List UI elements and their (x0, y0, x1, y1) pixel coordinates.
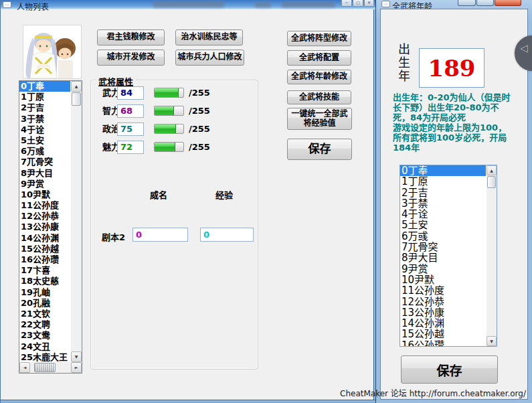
all-generals-age-button[interactable]: 全武将年龄修改 (287, 70, 351, 84)
app-icon: ⋯ (3, 1, 11, 8)
city-development-button[interactable]: 城市开发修改 (97, 50, 165, 66)
list-item[interactable]: 19孔岫 (19, 287, 70, 298)
list-item[interactable]: 22文聘 (19, 319, 70, 330)
list-item[interactable]: 8尹大目 (400, 252, 486, 263)
list-item[interactable]: 17卞喜 (19, 265, 70, 276)
left-titlebar[interactable]: ⋯ 人物列表 ─ ▢ ✕ (1, 0, 375, 9)
list-item[interactable]: 6万彧 (400, 231, 486, 242)
list-item[interactable]: 11公孙度 (19, 200, 70, 211)
list-item[interactable]: 3于禁 (400, 198, 486, 209)
politics-input[interactable]: 75 (117, 123, 144, 136)
list-item[interactable]: 21文钦 (19, 309, 70, 319)
redacted-text-blob (255, 2, 271, 7)
list-item[interactable]: 25木鹿大王 (19, 352, 70, 363)
close-button[interactable] (495, 0, 521, 6)
anime-image (23, 25, 81, 78)
birth-year-label: 出生年 (394, 43, 412, 83)
hint-line: 游戏设定的年龄上限为100， (393, 123, 530, 133)
scroll-left-icon[interactable]: ◄ (19, 362, 30, 373)
city-troops-population-button[interactable]: 城市兵力人口修改 (175, 50, 244, 66)
scrollbar-thumb[interactable] (487, 176, 496, 188)
strength-input[interactable]: 84 (117, 86, 144, 100)
unify-experience-button[interactable]: 一键统一全部武将经验值 (287, 108, 352, 130)
list-item[interactable]: 7兀骨突 (400, 242, 486, 252)
list-item[interactable]: 23文鸯 (19, 330, 70, 341)
list-item[interactable]: 14公孙渊 (19, 233, 70, 244)
birth-year-hint: 出生年：0-20为仙人（但是时长下野）出生年20-80为不死，84为开局必死游戏… (393, 92, 530, 153)
all-generals-config-button[interactable]: 全武将配置 (287, 50, 351, 66)
scrollbar-thumb[interactable] (34, 363, 56, 372)
close-button[interactable]: ✕ (364, 0, 374, 7)
hint-line: 出生年：0-20为仙人（但是时 (393, 92, 530, 102)
fame-header: 威名 (150, 188, 167, 201)
politics-bar (154, 124, 184, 134)
window-border (1, 400, 375, 403)
desktop: ⋯ 人物列表 ─ ▢ ✕ (0, 0, 532, 403)
cheatmaker-forum-link: CheatMaker 论坛 http://forum.cheatmaker.or… (340, 387, 526, 398)
experience-header: 经验 (215, 188, 233, 201)
experience-input[interactable]: 0 (200, 228, 254, 242)
generals-listbox[interactable]: 0丁奉1丁原2于吉3于禁4于诠5土安6万彧7兀骨突8尹大目9尹赏10尹默11公孙… (400, 165, 497, 347)
character-list-window: ⋯ 人物列表 ─ ▢ ✕ (0, 0, 375, 403)
hint-line: 死，84为开局必死 (393, 112, 530, 123)
list-item[interactable]: 24文丑 (19, 341, 70, 352)
list-item[interactable]: 15公孙越 (400, 329, 486, 339)
redacted-text-blob (153, 1, 224, 7)
vertical-scrollbar[interactable]: ▲ ▼ (486, 165, 497, 346)
list-item[interactable]: 12公孙恭 (19, 211, 70, 222)
save-button[interactable]: 保存 (401, 355, 498, 384)
redacted-text-blob (282, 2, 335, 7)
max-label: /255 (189, 104, 210, 118)
list-item[interactable]: 16公孙瓒 (19, 254, 70, 265)
strength-bar (154, 88, 184, 98)
intelligence-input[interactable]: 68 (117, 104, 144, 118)
horizontal-scrollbar[interactable]: ◄ ► (19, 362, 82, 373)
charisma-bar (154, 142, 184, 152)
list-item[interactable]: 13公孙康 (19, 222, 70, 232)
client-area: 出生年 189 出生年：0-20为仙人（但是时长下野）出生年20-80为不死，8… (380, 9, 528, 400)
list-item[interactable]: 10尹默 (400, 274, 486, 285)
minimize-button[interactable] (458, 0, 476, 6)
triangle-icon: ◁ (520, 44, 528, 54)
hint-line: 184年 (393, 143, 530, 153)
fame-input[interactable]: 0 (132, 228, 188, 242)
scroll-up-icon[interactable]: ▲ (486, 165, 497, 175)
list-item[interactable]: 15公孙越 (19, 244, 70, 254)
list-item[interactable]: 11公孙度 (400, 285, 486, 296)
list-item[interactable]: 16公孙瓒 (400, 340, 486, 347)
monarch-money-grain-button[interactable]: 君主钱粮修改 (97, 29, 165, 46)
list-item[interactable]: 10尹默 (19, 189, 70, 200)
save-button[interactable]: 保存 (287, 139, 352, 160)
birth-year-input[interactable]: 189 (419, 48, 484, 88)
list-item[interactable]: 5土安 (400, 220, 486, 230)
hint-line: 所有武将到100岁必死，开局 (393, 133, 530, 143)
list-item[interactable]: 9尹赏 (19, 179, 70, 189)
scroll-down-icon[interactable]: ▼ (486, 336, 497, 346)
list-item[interactable]: 18太史慈 (19, 276, 70, 287)
list-item[interactable]: 0丁奉 (400, 165, 486, 176)
list-item[interactable]: 2于吉 (400, 187, 486, 198)
scroll-down-icon[interactable]: ▼ (71, 351, 82, 362)
scroll-right-icon[interactable]: ► (71, 362, 82, 373)
maximize-button[interactable]: ▢ (353, 0, 363, 7)
all-generals-skill-button[interactable]: 全武将技能 (287, 90, 351, 104)
list-item[interactable]: 4于诠 (400, 209, 486, 220)
list-item[interactable]: 9尹赏 (400, 264, 486, 274)
generals-list-items: 0丁奉1丁原2于吉3于禁4于诠5土安6万彧7兀骨突8尹大目9尹赏10尹默11公孙… (400, 165, 497, 347)
maximize-button[interactable] (476, 0, 494, 6)
left-window-title: 人物列表 (17, 1, 49, 12)
list-item[interactable]: 13公孙康 (400, 307, 486, 318)
minimize-button[interactable]: ─ (341, 0, 352, 7)
list-item[interactable]: 12公孙恭 (400, 297, 486, 307)
list-item[interactable]: 8尹大目 (19, 168, 70, 179)
charisma-input[interactable]: 72 (117, 141, 144, 154)
app-icon: ⋯ (381, 1, 390, 7)
list-item[interactable]: 7兀骨突 (19, 157, 70, 167)
all-generals-formation-button[interactable]: 全武将阵型修改 (287, 31, 351, 46)
generals-age-window: ⋯ 全武将年龄 出生年 189 出生年：0-20为仙人（但是时长下野）出生年20… (375, 0, 532, 403)
character-artwork (23, 25, 82, 79)
flood-training-loyalty-button[interactable]: 治水训练民忠等 (175, 29, 243, 46)
list-item[interactable]: 20孔融 (19, 298, 70, 309)
list-item[interactable]: 1丁原 (400, 176, 486, 187)
list-item[interactable]: 14公孙渊 (400, 318, 486, 329)
